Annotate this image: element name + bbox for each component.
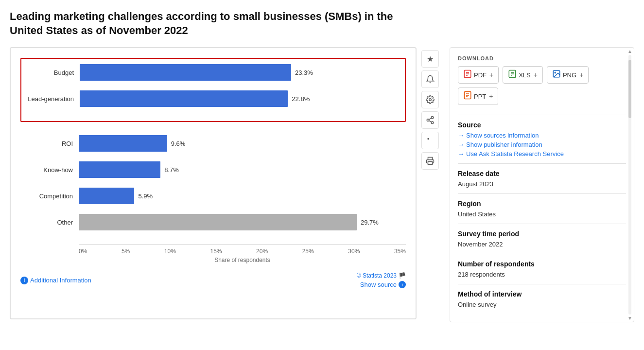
divider-3 [458,193,626,194]
region-title: Region [458,200,626,208]
scroll-thumb [628,60,631,118]
x-axis-ticks: 0% 5% 10% 15% 20% 25% 30% 35% [79,248,406,255]
pdf-plus: + [489,71,493,79]
divider-4 [458,224,626,224]
download-png-button[interactable]: PNG + [547,66,589,84]
right-panel: DOWNLOAD PDF + XLS + [450,47,634,322]
bar-label-competition: Competition [20,192,79,200]
divider-5 [458,254,626,254]
bar-label-knowhow: Know-how [20,166,79,174]
svg-point-2 [427,119,429,122]
bar-fill-knowhow [79,161,160,178]
x-tick-30: 30% [348,248,360,255]
divider-2 [458,163,626,164]
print-button[interactable] [421,152,439,170]
bar-fill-competition [79,188,134,204]
scroll-track [628,55,631,315]
flag-icon: 🏴 [399,272,406,279]
arrow-icon-ask: → [458,150,464,158]
ask-statista-link[interactable]: → Use Ask Statista Research Service [458,150,626,158]
additional-info-link[interactable]: i Additional Information [20,277,91,284]
show-sources-link[interactable]: → Show sources information [458,132,626,139]
scroll-up-arrow[interactable]: ▲ [627,48,633,55]
download-section: DOWNLOAD PDF + XLS + [458,55,626,105]
interview-title: Method of interview [458,290,626,298]
additional-info-label: Additional Information [30,277,91,284]
download-pdf-button[interactable]: PDF + [458,66,499,84]
show-publisher-label: Show publisher information [466,141,542,148]
scroll-down-arrow[interactable]: ▼ [627,315,633,322]
region-section: Region United States [458,200,626,218]
bar-container-roi: 9.6% [79,135,406,152]
bar-container-budget: 23.3% [80,64,400,81]
x-tick-15: 15% [210,248,222,255]
star-button[interactable]: ★ [421,50,439,68]
download-xls-button[interactable]: XLS + [503,66,543,84]
bar-container-other: 29.7% [79,214,406,230]
xls-plus: + [534,71,538,79]
x-tick-25: 25% [302,248,314,255]
svg-line-5 [429,118,431,120]
respondents-value: 218 respondents [458,271,626,278]
show-publisher-link[interactable]: → Show publisher information [458,141,626,148]
svg-point-0 [429,99,432,101]
x-tick-5: 5% [122,248,130,255]
survey-period-section: Survey time period November 2022 [458,230,626,248]
share-button[interactable] [421,111,439,129]
survey-period-title: Survey time period [458,230,626,238]
bar-value-lead-generation: 22.8% [292,95,310,103]
info-icon: i [20,277,28,284]
xls-icon [508,70,517,80]
bar-fill-budget [80,64,291,81]
interview-value: Online survey [458,301,626,308]
other-bars-section: ROI 9.6% Know-how 8.7% Competiti [20,130,406,245]
bar-row-roi: ROI 9.6% [20,135,406,152]
bar-container-lead-generation: 22.8% [80,90,400,107]
pdf-label: PDF [474,71,487,79]
release-date-value: August 2023 [458,180,626,188]
show-sources-label: Show sources information [466,132,539,139]
gear-button[interactable] [421,91,439,108]
release-date-title: Release date [458,170,626,177]
bar-label-other: Other [20,219,79,226]
x-tick-10: 10% [164,248,176,255]
quote-button[interactable]: " [421,132,439,149]
bar-value-knowhow: 8.7% [164,166,179,174]
chart-footer: i Additional Information © Statista 2023… [20,268,406,288]
svg-point-3 [431,122,434,124]
highlighted-bars-box: Budget 23.3% Lead-generation 22.8% [20,58,406,122]
svg-text:": " [427,136,429,144]
x-tick-35: 35% [394,248,406,255]
svg-point-17 [555,72,556,73]
png-icon [552,70,561,80]
divider-1 [458,115,626,115]
scroll-indicator: ▲ ▼ [628,48,632,322]
bar-row-competition: Competition 5.9% [20,187,406,205]
respondents-section: Number of respondents 218 respondents [458,260,626,278]
svg-line-4 [429,121,431,122]
divider-6 [458,284,626,284]
show-source-link[interactable]: Show source i [360,281,406,288]
respondents-title: Number of respondents [458,260,626,268]
bar-fill-roi [79,135,167,152]
copyright-label: © Statista 2023 [357,272,397,279]
bar-row-other: Other 29.7% [20,213,406,231]
pdf-icon [463,70,472,80]
png-plus: + [579,71,583,79]
bar-fill-lead-generation [80,90,288,107]
bell-button[interactable] [421,70,439,88]
bar-value-budget: 23.3% [295,69,313,76]
download-ppt-button[interactable]: PPT + [458,88,498,105]
download-label: DOWNLOAD [458,55,626,61]
show-source-label: Show source [360,281,397,288]
x-tick-20: 20% [256,248,268,255]
x-axis-title: Share of respondents [79,257,406,263]
highlighted-bar-chart: Budget 23.3% Lead-generation 22.8% [21,64,400,107]
bar-value-competition: 5.9% [138,192,153,200]
page-title: Leading marketing challenges according t… [10,10,428,37]
source-section: Source → Show sources information → Show… [458,121,626,158]
region-value: United States [458,210,626,218]
svg-rect-7 [428,162,433,165]
bar-value-other: 29.7% [361,219,379,226]
bar-row-budget: Budget 23.3% [21,64,400,81]
